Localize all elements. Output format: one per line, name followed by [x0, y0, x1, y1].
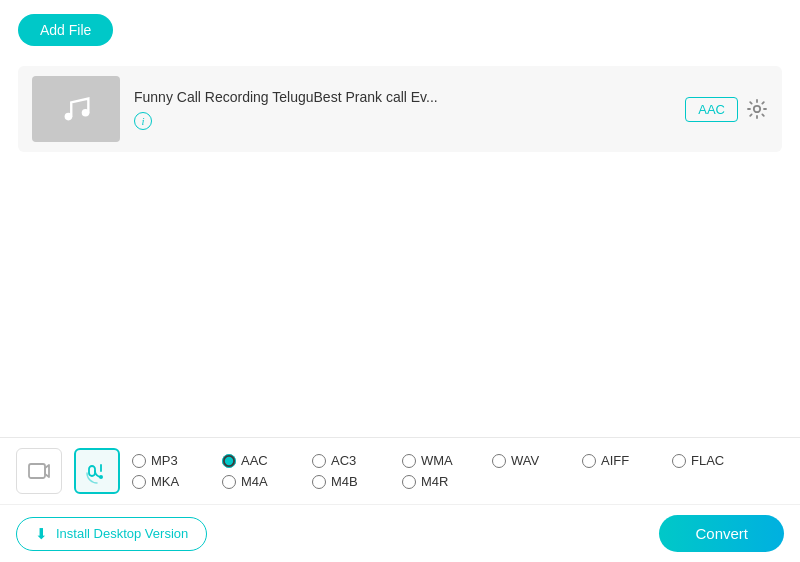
file-list: Funny Call Recording TeluguBest Prank ca… [0, 60, 800, 158]
format-option-flac[interactable]: FLAC [672, 453, 742, 468]
file-thumbnail [32, 76, 120, 142]
install-desktop-button[interactable]: ⬇ Install Desktop Version [16, 517, 207, 551]
file-item: Funny Call Recording TeluguBest Prank ca… [18, 66, 782, 152]
formats-grid: MP3 AAC AC3 WMA WAV AIFF F [132, 453, 784, 489]
svg-rect-4 [89, 466, 95, 476]
format-option-ac3[interactable]: AC3 [312, 453, 382, 468]
info-icon[interactable]: i [134, 112, 152, 130]
svg-point-2 [754, 106, 760, 112]
install-label: Install Desktop Version [56, 526, 188, 541]
svg-point-1 [82, 109, 90, 117]
add-file-button[interactable]: Add File [18, 14, 113, 46]
formats-row-2: MKA M4A M4B M4R [132, 474, 784, 489]
formats-row-1: MP3 AAC AC3 WMA WAV AIFF F [132, 453, 784, 468]
convert-button[interactable]: Convert [659, 515, 784, 552]
settings-button[interactable] [746, 98, 768, 120]
header: Add File [0, 0, 800, 60]
svg-rect-3 [29, 464, 45, 478]
music-icon [57, 90, 95, 128]
format-option-m4r[interactable]: M4R [402, 474, 472, 489]
tab-audio[interactable] [74, 448, 120, 494]
audio-icon [84, 458, 110, 484]
gear-icon [746, 98, 768, 120]
svg-point-0 [65, 113, 73, 121]
action-bar: ⬇ Install Desktop Version Convert [0, 505, 800, 562]
format-option-m4a[interactable]: M4A [222, 474, 292, 489]
video-icon [27, 459, 51, 483]
format-badge[interactable]: AAC [685, 97, 738, 122]
format-option-aac[interactable]: AAC [222, 453, 292, 468]
format-option-wav[interactable]: WAV [492, 453, 562, 468]
download-icon: ⬇ [35, 525, 48, 543]
format-option-mka[interactable]: MKA [132, 474, 202, 489]
file-actions: AAC [685, 97, 768, 122]
file-info: Funny Call Recording TeluguBest Prank ca… [134, 89, 671, 130]
svg-point-5 [99, 475, 103, 479]
format-option-wma[interactable]: WMA [402, 453, 472, 468]
format-option-mp3[interactable]: MP3 [132, 453, 202, 468]
content-area [0, 158, 800, 398]
format-option-m4b[interactable]: M4B [312, 474, 382, 489]
bottom-toolbar: MP3 AAC AC3 WMA WAV AIFF F [0, 437, 800, 562]
format-panel: MP3 AAC AC3 WMA WAV AIFF F [0, 438, 800, 505]
format-option-aiff[interactable]: AIFF [582, 453, 652, 468]
tab-video[interactable] [16, 448, 62, 494]
file-name: Funny Call Recording TeluguBest Prank ca… [134, 89, 671, 105]
